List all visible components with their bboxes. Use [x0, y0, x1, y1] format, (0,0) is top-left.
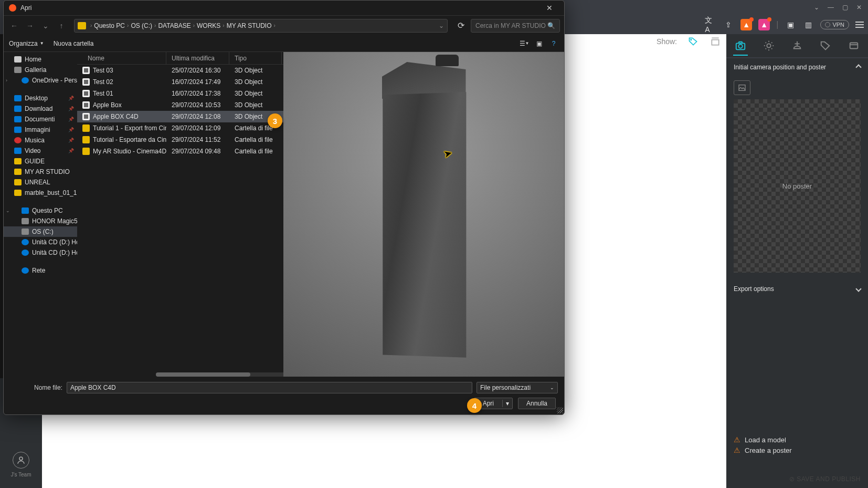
tree-item[interactable]: Unità CD (D:) Hor	[4, 237, 77, 247]
tree-item[interactable]: Rete	[4, 265, 77, 276]
vpn-badge[interactable]: VPN	[820, 20, 849, 29]
svg-rect-1	[712, 40, 718, 45]
tree-item[interactable]: marble_bust_01_1k	[4, 188, 77, 198]
view-mode-button[interactable]: ☰ ▼	[519, 38, 530, 49]
tree-item[interactable]: Desktop	[4, 93, 77, 103]
column-header-name[interactable]: Nome	[77, 52, 166, 64]
preview-pane-button[interactable]: ▣	[534, 38, 544, 49]
material-tab-icon[interactable]	[790, 38, 805, 53]
tag-tab-icon[interactable]	[818, 38, 833, 53]
file-icon	[82, 67, 90, 74]
tree-item[interactable]: Galleria	[4, 65, 77, 75]
column-header-date[interactable]: Ultima modifica	[166, 52, 229, 64]
file-row[interactable]: Test 03 25/07/2024 16:30 3D Object	[77, 65, 283, 76]
tree-item[interactable]: Home	[4, 54, 77, 65]
camera-tab-icon[interactable]	[733, 41, 748, 56]
file-icon	[82, 113, 90, 120]
export-section-header[interactable]: Export options	[726, 280, 868, 298]
chevron-down-icon	[855, 286, 861, 292]
nav-up-button[interactable]: ↑	[55, 19, 68, 32]
wallet-icon[interactable]: ▥	[802, 19, 814, 30]
show-label: Show:	[657, 37, 677, 46]
save-publish-button: ⊘ SAVE AND PUBLISH	[734, 475, 861, 483]
app-icon	[9, 4, 16, 12]
folder-icon	[78, 22, 86, 29]
nav-forward-button[interactable]: →	[24, 19, 36, 32]
file-row[interactable]: Tutorial 1 - Export from Cin... 29/07/20…	[77, 122, 283, 134]
file-open-dialog: Apri ✕ ← → ⌄ ↑ › Questo PC› OS (C:)› DAT…	[3, 0, 565, 415]
resize-grip[interactable]	[557, 407, 563, 413]
warning-icon: ⚠	[734, 435, 740, 444]
tree-item[interactable]: ⌄Questo PC	[4, 205, 77, 216]
callout-badge: 4	[467, 398, 482, 413]
file-row[interactable]: Apple BOX C4D 29/07/2024 12:08 3D Object	[77, 111, 283, 122]
search-input[interactable]: Cerca in MY AR STUDIO 🔍	[471, 19, 560, 33]
filename-input[interactable]	[67, 382, 472, 393]
tree-item[interactable]: HONOR Magic5 L	[4, 216, 77, 226]
tree-item[interactable]: Musica	[4, 135, 77, 146]
file-row[interactable]: My AR Studio - Cinema4D ... 29/07/2024 0…	[77, 146, 283, 157]
folder-icon	[82, 124, 90, 132]
window-minimize[interactable]: —	[828, 4, 834, 11]
translate-icon[interactable]: 文A	[705, 19, 716, 30]
close-button[interactable]: ✕	[539, 2, 560, 14]
file-icon	[82, 90, 90, 97]
tree-item[interactable]: MY AR STUDIO	[4, 167, 77, 177]
file-row[interactable]: Test 01 16/07/2024 17:38 3D Object	[77, 88, 283, 99]
file-icon	[82, 101, 90, 109]
refresh-button[interactable]: ⟳	[454, 19, 468, 33]
tree-item[interactable]: UNREAL	[4, 177, 77, 188]
window-close[interactable]: ✕	[856, 4, 862, 11]
camera-section-header[interactable]: Initial camera position and poster	[726, 58, 868, 76]
dimensions-icon[interactable]	[710, 36, 721, 47]
ar-tab-icon[interactable]	[846, 38, 861, 53]
breadcrumb-dropdown-icon[interactable]: ⌄	[439, 22, 444, 29]
window-maximize[interactable]: ▢	[842, 4, 848, 11]
sidebar-toggle-icon[interactable]: ▣	[785, 19, 796, 30]
tree-item[interactable]: Documenti	[4, 114, 77, 124]
nav-recent-button[interactable]: ⌄	[39, 19, 52, 32]
svg-point-7	[19, 457, 23, 460]
tab-chevron-icon[interactable]: ⌄	[814, 4, 819, 11]
file-row[interactable]: Tutorial - Esportare da Cine... 29/07/20…	[77, 134, 283, 146]
user-avatar-icon[interactable]	[13, 452, 29, 469]
tree-item[interactable]: Download	[4, 103, 77, 114]
poster-preview: No poster	[734, 99, 861, 273]
team-label: J's Team	[11, 472, 31, 477]
column-header-type[interactable]: Tipo	[229, 52, 282, 64]
tree-item[interactable]: ›OneDrive - Persona	[4, 75, 77, 86]
brave-shield-icon[interactable]: ▲	[740, 19, 752, 30]
callout-badge: 3	[268, 113, 282, 128]
warning-item: ⚠Load a model	[734, 434, 861, 445]
nav-back-button[interactable]: ←	[8, 19, 20, 32]
filename-label: Nome file:	[10, 384, 62, 391]
brave-rewards-icon[interactable]: ▲	[758, 19, 770, 30]
tree-item[interactable]: OS (C:)	[4, 226, 77, 237]
folder-icon	[82, 136, 90, 143]
poster-thumbnail-button[interactable]	[734, 80, 750, 95]
file-icon	[82, 78, 90, 86]
tag-icon[interactable]	[687, 36, 699, 47]
organize-menu[interactable]: Organizza ▼	[9, 40, 44, 47]
file-type-filter[interactable]: File personalizzati⌄	[477, 382, 558, 393]
open-dropdown-icon[interactable]: ▾	[503, 400, 512, 407]
file-row[interactable]: Apple Box 29/07/2024 10:53 3D Object	[77, 99, 283, 111]
search-icon: 🔍	[547, 22, 555, 29]
tree-item[interactable]: Immagini	[4, 124, 77, 135]
help-button[interactable]: ?	[548, 38, 559, 49]
cancel-button[interactable]: Annulla	[518, 398, 556, 409]
svg-point-0	[691, 39, 692, 40]
menu-icon[interactable]	[855, 22, 864, 28]
light-tab-icon[interactable]	[761, 38, 776, 53]
breadcrumb[interactable]: › Questo PC› OS (C:)› DATABASE› WORKS› M…	[74, 19, 448, 33]
tree-item[interactable]: GUIDE	[4, 156, 77, 167]
tree-item[interactable]: Video	[4, 146, 77, 156]
new-folder-button[interactable]: Nuova cartella	[54, 40, 94, 47]
file-row[interactable]: Test 02 16/07/2024 17:49 3D Object	[77, 76, 283, 88]
share-icon[interactable]: ⇪	[723, 19, 734, 30]
warning-icon: ⚠	[734, 446, 740, 454]
dialog-title: Apri	[20, 4, 31, 12]
tree-item[interactable]: Unità CD (D:) Hono	[4, 247, 77, 258]
svg-rect-5	[850, 43, 858, 49]
chevron-up-icon	[855, 64, 861, 70]
